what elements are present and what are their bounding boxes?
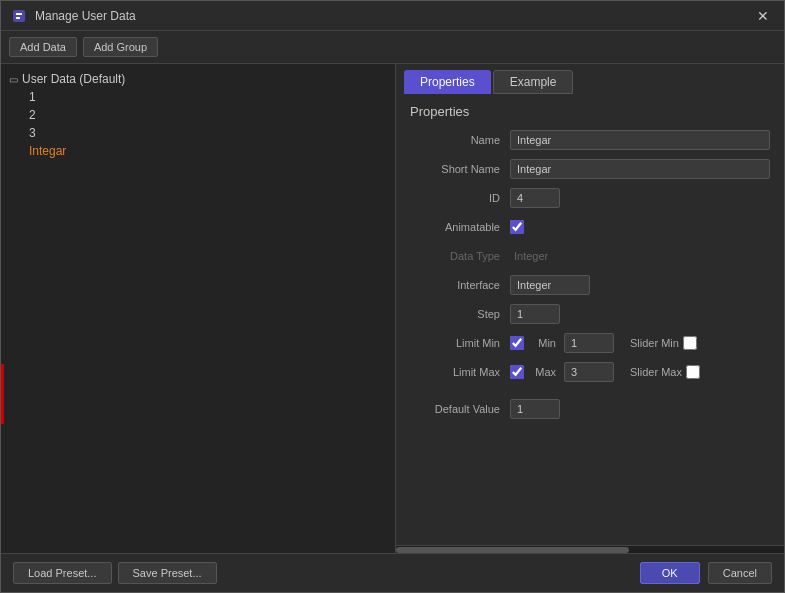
right-panel: Properties Example Properties Name Short…: [396, 64, 784, 553]
tree-group-label: User Data (Default): [22, 72, 125, 86]
dialog-icon: [11, 8, 27, 24]
tree-item-1[interactable]: 1: [5, 88, 391, 106]
scrollbar-thumb: [396, 547, 629, 553]
interface-label: Interface: [410, 279, 510, 291]
limit-min-checkbox[interactable]: [510, 336, 524, 350]
default-value-label: Default Value: [410, 403, 510, 415]
name-label: Name: [410, 134, 510, 146]
tree-item-2[interactable]: 2: [5, 106, 391, 124]
slider-max-label: Slider Max: [630, 366, 682, 378]
title-bar: Manage User Data ✕: [1, 1, 784, 31]
properties-panel: Properties Name Short Name ID: [396, 94, 784, 545]
properties-section-title: Properties: [410, 104, 770, 119]
tree-group: ▭ User Data (Default): [5, 70, 391, 88]
add-data-button[interactable]: Add Data: [9, 37, 77, 57]
data-type-row: Data Type Integer: [410, 245, 770, 267]
limit-min-label: Limit Min: [410, 337, 510, 349]
main-content: ▭ User Data (Default) 1 2 3 Integar: [1, 64, 784, 553]
data-type-label: Data Type: [410, 250, 510, 262]
limit-max-label: Limit Max: [410, 366, 510, 378]
red-indicator: [1, 364, 4, 424]
min-input[interactable]: [564, 333, 614, 353]
svg-rect-2: [16, 17, 20, 19]
svg-rect-0: [13, 10, 25, 22]
tab-properties[interactable]: Properties: [404, 70, 491, 94]
bottom-right: OK Cancel: [640, 562, 772, 584]
title-bar-left: Manage User Data: [11, 8, 136, 24]
add-group-button[interactable]: Add Group: [83, 37, 158, 57]
min-label: Min: [532, 337, 560, 349]
spacer: [410, 390, 770, 398]
scrollbar[interactable]: [396, 545, 784, 553]
ok-button[interactable]: OK: [640, 562, 700, 584]
name-row: Name: [410, 129, 770, 151]
name-input[interactable]: [510, 130, 770, 150]
short-name-label: Short Name: [410, 163, 510, 175]
id-input[interactable]: [510, 188, 560, 208]
load-preset-button[interactable]: Load Preset...: [13, 562, 112, 584]
animatable-checkbox[interactable]: [510, 220, 524, 234]
max-input[interactable]: [564, 362, 614, 382]
limit-max-row: Limit Max Max Slider Max: [410, 361, 770, 383]
save-preset-button[interactable]: Save Preset...: [118, 562, 217, 584]
short-name-input[interactable]: [510, 159, 770, 179]
tab-bar: Properties Example: [396, 64, 784, 94]
default-value-input[interactable]: [510, 399, 560, 419]
id-label: ID: [410, 192, 510, 204]
tree-item-3[interactable]: 3: [5, 124, 391, 142]
limit-max-checkbox[interactable]: [510, 365, 524, 379]
interface-row: Interface: [410, 274, 770, 296]
left-panel: ▭ User Data (Default) 1 2 3 Integar: [1, 64, 396, 553]
animatable-label: Animatable: [410, 221, 510, 233]
tree-item-integar[interactable]: Integar: [5, 142, 391, 160]
short-name-row: Short Name: [410, 158, 770, 180]
bottom-left: Load Preset... Save Preset...: [13, 562, 217, 584]
slider-min-checkbox[interactable]: [683, 336, 697, 350]
step-label: Step: [410, 308, 510, 320]
svg-rect-1: [16, 13, 22, 15]
slider-min-label: Slider Min: [630, 337, 679, 349]
manage-user-data-dialog: Manage User Data ✕ Add Data Add Group ▭ …: [0, 0, 785, 593]
bottom-bar: Load Preset... Save Preset... OK Cancel: [1, 553, 784, 592]
data-type-value: Integer: [510, 250, 548, 262]
step-row: Step: [410, 303, 770, 325]
cancel-button[interactable]: Cancel: [708, 562, 772, 584]
close-button[interactable]: ✕: [752, 6, 774, 26]
slider-max-checkbox[interactable]: [686, 365, 700, 379]
dialog-title: Manage User Data: [35, 9, 136, 23]
max-label: Max: [532, 366, 560, 378]
collapse-icon: ▭: [9, 74, 18, 85]
animatable-row: Animatable: [410, 216, 770, 238]
toolbar: Add Data Add Group: [1, 31, 784, 64]
limit-min-row: Limit Min Min Slider Min: [410, 332, 770, 354]
step-input[interactable]: [510, 304, 560, 324]
id-row: ID: [410, 187, 770, 209]
tree-area: ▭ User Data (Default) 1 2 3 Integar: [1, 64, 395, 553]
default-value-row: Default Value: [410, 398, 770, 420]
tab-example[interactable]: Example: [493, 70, 574, 94]
interface-input[interactable]: [510, 275, 590, 295]
